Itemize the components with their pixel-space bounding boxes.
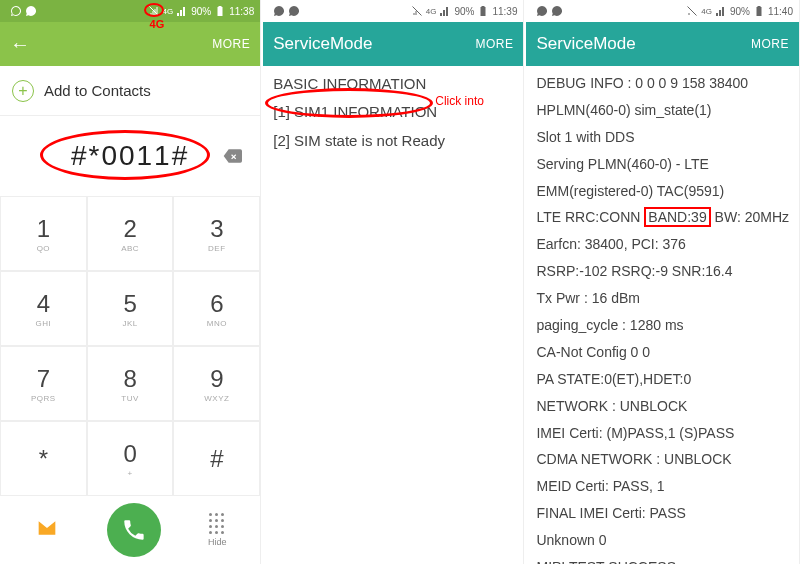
key-sub: QO — [37, 244, 50, 253]
backspace-button[interactable] — [218, 145, 246, 167]
whatsapp-icon — [10, 5, 22, 17]
debug-row: HPLMN(460-0) sim_state(1) — [534, 97, 791, 124]
data-off-icon — [686, 5, 698, 17]
keypad: 1QO2ABC3DEF4GHI5JKL6MNO7PQRS8TUV9WXYZ*0+… — [0, 196, 260, 496]
key-9[interactable]: 9WXYZ — [173, 346, 260, 421]
battery-icon — [214, 5, 226, 17]
key-digit: 5 — [123, 290, 136, 318]
more-button[interactable]: MORE — [212, 37, 250, 51]
key-digit: 3 — [210, 215, 223, 243]
whatsapp-icon-2 — [288, 5, 300, 17]
key-6[interactable]: 6MNO — [173, 271, 260, 346]
message-button[interactable] — [34, 518, 60, 542]
envelope-icon — [34, 518, 60, 538]
battery-icon — [477, 5, 489, 17]
debug-row: Earfcn: 38400, PCI: 376 — [534, 231, 791, 258]
key-7[interactable]: 7PQRS — [0, 346, 87, 421]
key-*[interactable]: * — [0, 421, 87, 496]
clock-text: 11:38 — [229, 6, 254, 17]
key-3[interactable]: 3DEF — [173, 196, 260, 271]
network-badge: 4G — [163, 7, 174, 16]
add-to-contacts-row[interactable]: + Add to Contacts — [0, 66, 260, 116]
key-5[interactable]: 5JKL — [87, 271, 174, 346]
signal-icon — [439, 5, 451, 17]
hide-keypad-button[interactable]: Hide — [208, 513, 227, 547]
key-sub: PQRS — [31, 394, 56, 403]
key-digit: 7 — [37, 365, 50, 393]
add-contacts-label: Add to Contacts — [44, 82, 151, 99]
battery-icon — [753, 5, 765, 17]
key-digit: 9 — [210, 365, 223, 393]
page-title: ServiceMode — [536, 34, 751, 54]
dialer-pane: 4G 90% 11:38 4G ← MORE + Add to Contacts… — [0, 0, 261, 564]
debug-row-band: LTE RRC:CONN BAND:39 BW: 20MHz — [534, 204, 791, 231]
data-off-icon — [411, 5, 423, 17]
key-#[interactable]: # — [173, 421, 260, 496]
back-button[interactable]: ← — [10, 33, 30, 56]
debug-row: MEID Certi: PASS, 1 — [534, 473, 791, 500]
backspace-icon — [219, 146, 245, 166]
key-digit: 4 — [37, 290, 50, 318]
servicemode-detail-pane: 4G 90% 11:40 ServiceMode MORE DEBUG INFO… — [526, 0, 800, 564]
servicemode-header: ServiceMode MORE — [526, 22, 799, 66]
servicemode-header: ServiceMode MORE — [263, 22, 523, 66]
status-bar: 4G 90% 11:40 — [526, 0, 799, 22]
menu-item[interactable]: [2] SIM state is not Ready — [271, 127, 515, 155]
key-digit: * — [39, 445, 48, 473]
debug-row: Slot 1 with DDS — [534, 124, 791, 151]
key-sub: WXYZ — [204, 394, 229, 403]
signal-icon — [176, 5, 188, 17]
annotation-text-4g: 4G — [150, 18, 165, 30]
key-digit: 2 — [123, 215, 136, 243]
key-sub: GHI — [36, 319, 52, 328]
keypad-dots-icon — [209, 513, 225, 535]
key-4[interactable]: 4GHI — [0, 271, 87, 346]
debug-row: CA-Not Config 0 0 — [534, 339, 791, 366]
debug-row: CDMA NETWORK : UNBLOCK — [534, 446, 791, 473]
call-button[interactable] — [107, 503, 161, 557]
battery-text: 90% — [454, 6, 474, 17]
whatsapp-icon-2 — [25, 5, 37, 17]
key-2[interactable]: 2ABC — [87, 196, 174, 271]
debug-list: DEBUG INFO : 0 0 0 9 158 38400HPLMN(460-… — [526, 66, 799, 564]
battery-text: 90% — [191, 6, 211, 17]
data-off-icon — [148, 5, 160, 17]
debug-row: PA STATE:0(ET),HDET:0 — [534, 366, 791, 393]
key-sub: TUV — [121, 394, 139, 403]
key-digit: # — [210, 445, 223, 473]
debug-row: EMM(registered-0) TAC(9591) — [534, 178, 791, 205]
hide-label: Hide — [208, 537, 227, 547]
battery-text: 90% — [730, 6, 750, 17]
key-digit: 6 — [210, 290, 223, 318]
more-button[interactable]: MORE — [475, 37, 513, 51]
debug-row: Serving PLMN(460-0) - LTE — [534, 151, 791, 178]
key-8[interactable]: 8TUV — [87, 346, 174, 421]
dialer-header: ← MORE — [0, 22, 260, 66]
network-badge: 4G — [701, 7, 712, 16]
whatsapp-icon — [273, 5, 285, 17]
phone-icon — [121, 517, 147, 543]
debug-row: DEBUG INFO : 0 0 0 9 158 38400 — [534, 70, 791, 97]
annotation-box-band: BAND:39 — [644, 207, 710, 227]
dial-display: #*0011# — [0, 116, 260, 196]
key-sub: ABC — [121, 244, 139, 253]
band-suffix: BW: 20MHz — [711, 209, 789, 225]
annotation-click-into: Click into — [435, 94, 484, 108]
debug-row: FINAL IMEI Certi: PASS — [534, 500, 791, 527]
signal-icon — [715, 5, 727, 17]
page-title: ServiceMode — [273, 34, 475, 54]
band-prefix: LTE RRC:CONN — [536, 209, 644, 225]
debug-row: Unknown 0 — [534, 527, 791, 554]
whatsapp-icon — [536, 5, 548, 17]
key-digit: 1 — [37, 215, 50, 243]
key-0[interactable]: 0+ — [87, 421, 174, 496]
debug-row: IMEI Certi: (M)PASS,1 (S)PASS — [534, 420, 791, 447]
dialed-number: #*0011# — [71, 140, 189, 172]
whatsapp-icon-2 — [551, 5, 563, 17]
key-sub: DEF — [208, 244, 226, 253]
key-1[interactable]: 1QO — [0, 196, 87, 271]
bottom-row: Hide — [0, 496, 260, 564]
menu-list: Click into BASIC INFORMATION[1] SIM1 INF… — [263, 66, 523, 564]
more-button[interactable]: MORE — [751, 37, 789, 51]
key-digit: 0 — [123, 440, 136, 468]
